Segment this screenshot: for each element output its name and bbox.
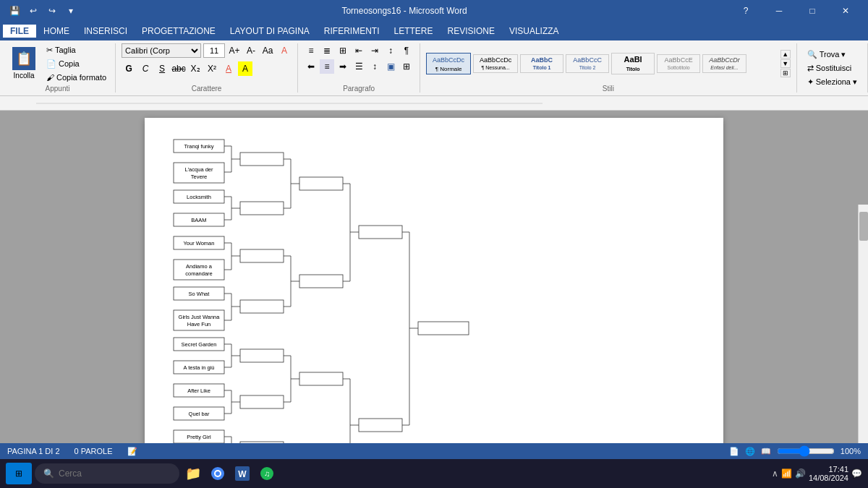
style-heading1[interactable]: AaBbC Titolo 1 — [520, 54, 563, 73]
customize-quick-access-button[interactable]: ▾ — [62, 2, 80, 20]
quick-save-button[interactable]: 💾 — [6, 2, 23, 20]
menu-layout[interactable]: LAYOUT DI PAGINA — [223, 23, 317, 39]
font-size-input[interactable] — [203, 43, 225, 58]
styles-scroll-down-button[interactable]: ▼ — [780, 59, 791, 68]
style-subtitle[interactable]: AaBbCcE Sottotitolo — [657, 54, 700, 73]
network-icon[interactable]: 📶 — [781, 468, 792, 479]
find-button[interactable]: 🔍 Trova ▾ — [803, 48, 861, 61]
bold-button[interactable]: G — [122, 61, 136, 76]
sound-icon[interactable]: 🔊 — [795, 468, 806, 479]
select-button[interactable]: ✦ Seleziona ▾ — [803, 76, 861, 88]
view-mode-web-button[interactable]: 🌐 — [745, 447, 755, 456]
menu-file[interactable]: FILE — [3, 25, 36, 38]
language-check-icon[interactable]: 📝 — [127, 447, 137, 456]
stili-content: AaBbCcDc ¶ Normale AaBbCcDc ¶ Nessuna...… — [426, 43, 791, 83]
align-center-button[interactable]: ≡ — [320, 59, 334, 74]
font-color-button[interactable]: A — [221, 61, 236, 76]
shading-button[interactable]: ▣ — [383, 59, 398, 74]
font-case-button[interactable]: Aa — [260, 43, 275, 58]
indent-increase-button[interactable]: ⇥ — [367, 43, 382, 58]
replace-button[interactable]: ⇄ Sostituisci — [803, 62, 861, 74]
titlebar: 💾 ↩ ↪ ▾ Torneosongs16 - Microsoft Word ?… — [0, 0, 868, 22]
restore-button[interactable]: □ — [796, 0, 829, 22]
quick-undo-button[interactable]: ↩ — [25, 2, 42, 20]
font-family-select[interactable]: Calibri (Corp — [122, 43, 201, 58]
highlight-button[interactable]: A — [238, 61, 252, 76]
list-number-button[interactable]: ≣ — [320, 43, 334, 58]
menu-design[interactable]: PROGETTAZIONE — [135, 23, 223, 39]
spotify-button[interactable]: ♫ — [256, 463, 278, 484]
start-button[interactable]: ⊞ — [6, 463, 32, 484]
justify-button[interactable]: ☰ — [352, 59, 366, 74]
paragrafo-content: ≡ ≣ ⊞ ⇤ ⇥ ↕ ¶ ⬅ ≡ ➡ ☰ ↕ ▣ — [304, 43, 414, 83]
italic-button[interactable]: C — [138, 61, 153, 76]
close-button[interactable]: ✕ — [829, 0, 862, 22]
menu-review[interactable]: REVISIONE — [441, 23, 502, 39]
style-normal[interactable]: AaBbCcDc ¶ Normale — [426, 53, 471, 74]
style-heading2[interactable]: AaBbCcC Titolo 2 — [566, 54, 609, 73]
svg-rect-86 — [299, 372, 343, 385]
underline-button[interactable]: S — [155, 61, 169, 76]
menu-letters[interactable]: LETTERE — [387, 23, 441, 39]
align-left-button[interactable]: ⬅ — [304, 59, 318, 74]
list-multilevel-button[interactable]: ⊞ — [336, 43, 350, 58]
taskbar-search-bar[interactable]: 🔍 — [35, 463, 179, 484]
line-spacing-button[interactable]: ↕ — [367, 59, 382, 74]
menu-home[interactable]: HOME — [36, 23, 77, 39]
svg-text:♫: ♫ — [264, 469, 270, 478]
help-button[interactable]: ? — [729, 0, 762, 22]
strikethrough-button[interactable]: abc — [171, 61, 186, 76]
word-button[interactable]: W — [231, 463, 253, 484]
zoom-level: 100% — [841, 447, 861, 455]
chrome-button[interactable] — [207, 463, 229, 484]
menu-insert[interactable]: INSERISCI — [77, 23, 135, 39]
border-button[interactable]: ⊞ — [399, 59, 414, 74]
subscript-button[interactable]: X₂ — [188, 61, 203, 76]
svg-text:A testa in giù: A testa in giù — [184, 364, 215, 371]
ribbon-content: 📋 Incolla ✂ Taglia 📄 Copia 🖌 Copia forma… — [0, 40, 868, 95]
styles-scroll-up-button[interactable]: ▲ — [780, 50, 791, 59]
svg-text:W: W — [238, 469, 247, 479]
styles-expand-button[interactable]: ⊞ — [780, 69, 791, 77]
clear-format-button[interactable]: A — [277, 43, 292, 58]
format-copy-button[interactable]: 🖌 Copia formato — [43, 72, 109, 83]
document-area[interactable]: Tranqi funky L'acqua der Tevere Locksmit… — [0, 111, 868, 443]
ribbon-group-carattere: Calibri (Corp A+ A- Aa A G C S abc X₂ — [116, 43, 298, 93]
indent-decrease-button[interactable]: ⇤ — [352, 43, 366, 58]
ribbon: 📋 Incolla ✂ Taglia 📄 Copia 🖌 Copia forma… — [0, 40, 868, 96]
cut-button[interactable]: ✂ Taglia — [43, 44, 109, 56]
copy-button[interactable]: 📄 Copia — [43, 58, 109, 70]
font-row-2: G C S abc X₂ X² A A — [122, 61, 252, 76]
zoom-slider[interactable] — [777, 445, 835, 457]
paste-button[interactable]: 📋 Incolla — [6, 43, 42, 83]
page-count: PAGINA 1 DI 2 — [7, 447, 60, 455]
sort-button[interactable]: ↕ — [383, 43, 398, 58]
notification-icon[interactable]: 💬 — [851, 468, 862, 479]
font-size-increase-button[interactable]: A+ — [227, 43, 242, 58]
style-no-spacing[interactable]: AaBbCcDc ¶ Nessuna... — [473, 54, 518, 73]
minimize-button[interactable]: ─ — [762, 0, 796, 22]
style-title[interactable]: AaBl Titolo — [611, 53, 655, 74]
view-mode-print-button[interactable]: 📄 — [729, 447, 739, 456]
file-explorer-button[interactable]: 📁 — [182, 463, 204, 484]
appunti-content: 📋 Incolla ✂ Taglia 📄 Copia 🖌 Copia forma… — [6, 43, 109, 83]
font-size-decrease-button[interactable]: A- — [244, 43, 258, 58]
superscript-button[interactable]: X² — [205, 61, 219, 76]
list-bullet-button[interactable]: ≡ — [304, 43, 318, 58]
styles-gallery: AaBbCcDc ¶ Normale AaBbCcDc ¶ Nessuna...… — [426, 53, 779, 74]
ribbon-group-paragrafo: ≡ ≣ ⊞ ⇤ ⇥ ↕ ¶ ⬅ ≡ ➡ ☰ ↕ ▣ — [298, 43, 420, 93]
taskbar-search-input[interactable] — [59, 468, 160, 479]
svg-text:Have Fun: Have Fun — [187, 321, 211, 328]
carattere-content: Calibri (Corp A+ A- Aa A G C S abc X₂ — [122, 43, 292, 83]
scrollbar-thumb[interactable] — [859, 212, 868, 241]
view-mode-read-button[interactable]: 📖 — [761, 447, 771, 456]
styles-scroll: ▲ ▼ ⊞ — [780, 50, 791, 77]
vertical-scrollbar[interactable] — [858, 205, 868, 443]
quick-redo-button[interactable]: ↪ — [43, 2, 61, 20]
style-emphasis[interactable]: AaBbCcDr Enfasi deli... — [702, 54, 746, 73]
align-right-button[interactable]: ➡ — [336, 59, 350, 74]
show-marks-button[interactable]: ¶ — [399, 43, 414, 58]
svg-text:Tevere: Tevere — [191, 174, 208, 180]
menu-references[interactable]: RIFERIMENTI — [317, 23, 387, 39]
menu-view[interactable]: VISUALIZZA — [502, 23, 566, 39]
